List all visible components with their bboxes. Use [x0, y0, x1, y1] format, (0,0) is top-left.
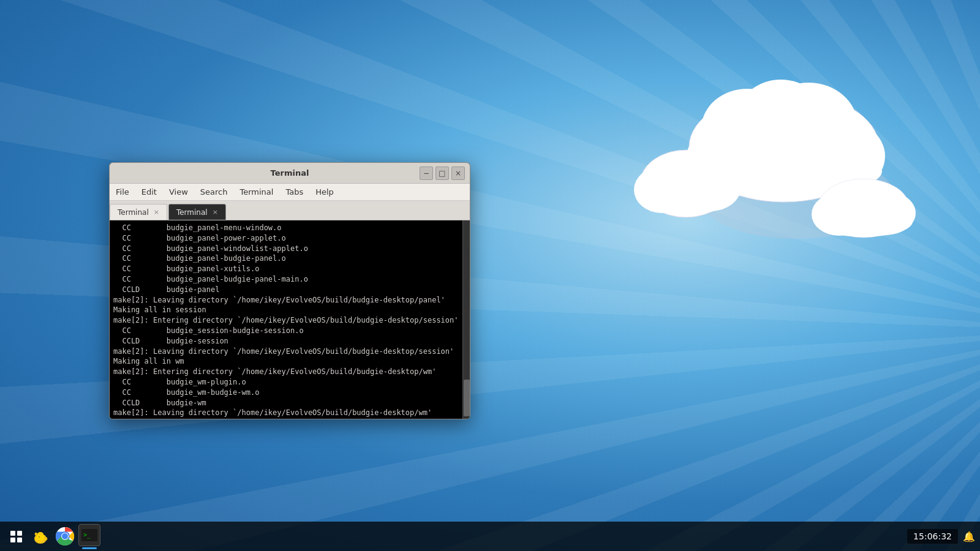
line-10: make[2]: Entering directory `/home/ikey/…	[113, 315, 459, 326]
grid-dot-2	[17, 531, 22, 536]
line-20: make[2]: Entering directory `/home/ikey/…	[113, 418, 459, 419]
close-button[interactable]: ×	[451, 167, 465, 180]
line-11: CC budgie_session-budgie-session.o	[113, 326, 459, 336]
terminal-titlebar: Terminal − □ ×	[110, 163, 470, 184]
taskbar: >_ 15:06:32 🔔	[0, 522, 980, 551]
line-19: make[2]: Leaving directory `/home/ikey/E…	[113, 408, 459, 418]
svg-point-11	[738, 80, 824, 153]
app-grid-button[interactable]	[5, 525, 27, 547]
terminal-title: Terminal	[271, 168, 309, 178]
line-1: CC budgie_panel-menu-window.o	[113, 223, 459, 233]
svg-point-20	[39, 536, 40, 538]
terminal-icon-svg: >_	[81, 529, 97, 541]
terminal-output[interactable]: CC budgie_panel-menu-window.o CC budgie_…	[110, 220, 462, 419]
tab-label-1: Terminal	[118, 208, 149, 217]
line-18: CCLD budgie-wm	[113, 398, 459, 408]
chrome-button[interactable]	[54, 525, 76, 547]
maximize-button[interactable]: □	[435, 167, 449, 180]
app-grid-icon	[10, 531, 22, 542]
grid-dot-4	[17, 538, 22, 542]
menu-terminal[interactable]: Terminal	[233, 185, 279, 199]
notification-bell-icon[interactable]: 🔔	[963, 531, 975, 542]
taskbar-apps: >_	[5, 524, 100, 549]
budgie-icon	[31, 527, 50, 546]
minimize-button[interactable]: −	[420, 167, 433, 180]
terminal-active-indicator	[82, 547, 97, 549]
terminal-launch-button[interactable]: >_	[78, 524, 100, 546]
menu-help[interactable]: Help	[309, 185, 340, 199]
line-3: CC budgie_panel-windowlist-applet.o	[113, 244, 459, 254]
terminal-taskbar-item[interactable]: >_	[78, 524, 100, 549]
grid-dot-3	[10, 538, 15, 542]
menu-search[interactable]: Search	[194, 185, 234, 199]
grid-dot-1	[10, 531, 15, 536]
svg-point-19	[39, 533, 42, 535]
tab-label-2: Terminal	[176, 208, 208, 217]
line-16: CC budgie_wm-plugin.o	[113, 377, 459, 388]
line-17: CC budgie_wm-budgie-wm.o	[113, 388, 459, 398]
taskbar-tray: 15:06:32 🔔	[907, 529, 975, 544]
svg-point-24	[62, 533, 68, 539]
tab-terminal-1[interactable]: Terminal ×	[110, 204, 167, 220]
line-7: CCLD budgie-panel	[113, 285, 459, 295]
line-13: make[2]: Leaving directory `/home/ikey/E…	[113, 347, 459, 357]
scrollbar-thumb[interactable]	[464, 380, 470, 416]
line-12: CCLD budgie-session	[113, 336, 459, 347]
chrome-icon	[55, 527, 75, 546]
cloud-decoration	[625, 49, 931, 263]
svg-text:>_: >_	[83, 531, 91, 539]
line-2: CC budgie_panel-power-applet.o	[113, 233, 459, 244]
svg-point-15	[815, 206, 913, 237]
budgie-launcher-button[interactable]	[29, 525, 51, 547]
menu-edit[interactable]: Edit	[135, 185, 163, 199]
tab-terminal-2[interactable]: Terminal ×	[168, 204, 226, 220]
line-8: make[2]: Leaving directory `/home/ikey/E…	[113, 295, 459, 305]
system-clock: 15:06:32	[907, 529, 958, 544]
terminal-menubar: File Edit View Search Terminal Tabs Help	[110, 184, 470, 201]
menu-tabs[interactable]: Tabs	[279, 185, 309, 199]
line-9: Making all in session	[113, 305, 459, 315]
line-4: CC budgie_panel-budgie-panel.o	[113, 253, 459, 264]
menu-file[interactable]: File	[110, 185, 135, 199]
terminal-scrollbar[interactable]	[462, 220, 470, 419]
line-5: CC budgie_panel-xutils.o	[113, 264, 459, 274]
tab-close-1[interactable]: ×	[154, 208, 159, 216]
line-6: CC budgie_panel-budgie-panel-main.o	[113, 274, 459, 285]
line-15: make[2]: Entering directory `/home/ikey/…	[113, 367, 459, 377]
tab-close-2[interactable]: ×	[213, 208, 218, 216]
terminal-tabbar: Terminal × Terminal ×	[110, 201, 470, 220]
terminal-window: Terminal − □ × File Edit View Search Ter…	[109, 162, 470, 419]
line-14: Making all in wm	[113, 356, 459, 367]
desktop: Terminal − □ × File Edit View Search Ter…	[0, 0, 980, 551]
terminal-body: CC budgie_panel-menu-window.o CC budgie_…	[110, 220, 470, 419]
titlebar-controls: − □ ×	[420, 167, 465, 180]
menu-view[interactable]: View	[163, 185, 194, 199]
